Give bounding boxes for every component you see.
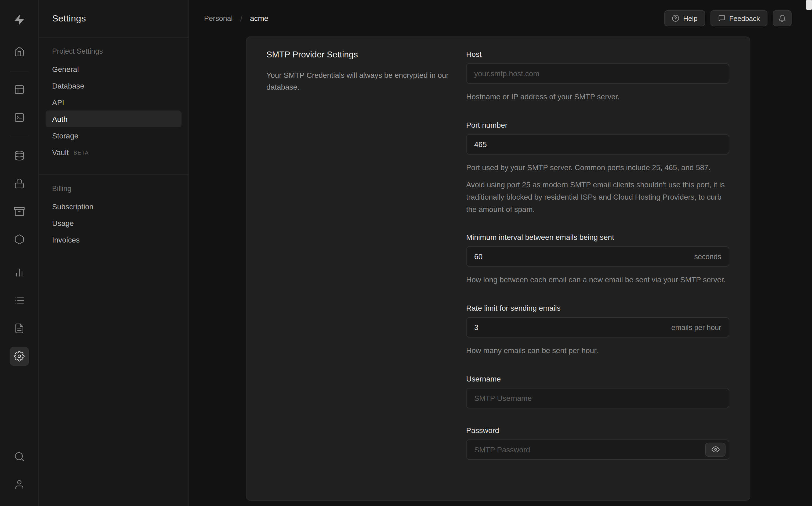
bell-icon [778, 14, 786, 22]
host-input[interactable] [474, 69, 721, 78]
help-circle-icon [672, 14, 679, 22]
rate-limit-input-wrap: emails per hour [466, 317, 729, 338]
reveal-password-button[interactable] [705, 442, 726, 456]
nav-database-button[interactable] [9, 146, 29, 165]
rate-limit-field: Rate limit for sending emails emails per… [466, 304, 729, 356]
rail-divider [10, 71, 28, 71]
beta-badge: BETA [74, 150, 89, 155]
speech-bubble-icon [718, 14, 726, 22]
username-input[interactable] [474, 394, 721, 402]
terminal-icon [14, 112, 24, 123]
panel-intro: SMTP Provider Settings Your SMTP Credent… [267, 50, 466, 479]
bar-chart-icon [14, 267, 24, 278]
section-heading-billing: Billing [46, 185, 181, 193]
smtp-settings-panel: SMTP Provider Settings Your SMTP Credent… [246, 36, 750, 501]
project-settings-section: Project Settings General Database API Au… [39, 37, 189, 169]
interval-label: Minimum interval between emails being se… [466, 233, 729, 242]
password-field: Password [466, 426, 729, 459]
nav-project-settings-button[interactable] [9, 347, 29, 366]
feedback-button-label: Feedback [729, 14, 760, 22]
main-area: Personal / acme Help Feedback [189, 0, 812, 506]
eye-icon [711, 445, 719, 453]
rail-divider [10, 137, 28, 137]
nav-reports-button[interactable] [9, 263, 29, 282]
lock-icon [14, 178, 24, 189]
port-input[interactable] [474, 140, 721, 148]
table-icon [14, 84, 24, 95]
breadcrumb-org[interactable]: Personal [204, 14, 233, 22]
interval-unit-suffix: seconds [694, 253, 721, 261]
username-input-wrap [466, 388, 729, 408]
host-field: Host Hostname or IP address of your SMTP… [466, 50, 729, 103]
panel-title: SMTP Provider Settings [267, 50, 453, 60]
content-area: SMTP Provider Settings Your SMTP Credent… [189, 36, 812, 506]
host-label: Host [466, 50, 729, 59]
port-label: Port number [466, 120, 729, 129]
host-input-wrap [466, 63, 729, 84]
port-note-text: Avoid using port 25 as modern SMTP email… [466, 179, 729, 216]
archive-icon [14, 206, 24, 217]
breadcrumb-separator: / [240, 14, 242, 23]
sidebar-title: Settings [52, 13, 86, 24]
password-label: Password [466, 426, 729, 434]
sidebar-item-general[interactable]: General [46, 61, 181, 77]
account-button[interactable] [9, 475, 29, 494]
billing-section: Billing Subscription Usage Invoices [39, 174, 189, 256]
nav-edge-functions-button[interactable] [9, 230, 29, 249]
supabase-logo[interactable] [9, 12, 29, 28]
rate-limit-help-text: How many emails can be sent per hour. [466, 344, 729, 356]
search-icon [14, 451, 24, 462]
smtp-form: Host Hostname or IP address of your SMTP… [466, 50, 729, 479]
database-icon [14, 150, 24, 161]
hexagon-icon [14, 234, 24, 245]
sidebar-item-auth[interactable]: Auth [46, 110, 181, 127]
nav-storage-button[interactable] [9, 202, 29, 221]
password-input[interactable] [474, 445, 705, 454]
port-field: Port number Port used by your SMTP serve… [466, 120, 729, 215]
nav-table-editor-button[interactable] [9, 80, 29, 99]
panel-description: Your SMTP Credentials will always be enc… [267, 69, 453, 93]
sidebar-item-invoices[interactable]: Invoices [46, 231, 181, 248]
sidebar-item-vault-label: Vault [52, 148, 69, 156]
gear-icon [14, 351, 24, 362]
rate-limit-label: Rate limit for sending emails [466, 304, 729, 312]
sidebar-item-storage[interactable]: Storage [46, 127, 181, 144]
home-icon [14, 46, 24, 57]
host-help-text: Hostname or IP address of your SMTP serv… [466, 91, 729, 103]
primary-icon-rail [0, 0, 39, 506]
app-window: Settings Project Settings General Databa… [0, 0, 812, 506]
notifications-button[interactable] [773, 10, 792, 26]
sidebar-item-subscription[interactable]: Subscription [46, 198, 181, 215]
nav-auth-button[interactable] [9, 174, 29, 193]
list-icon [14, 295, 24, 306]
user-icon [14, 479, 24, 490]
nav-logs-button[interactable] [9, 291, 29, 310]
nav-home-button[interactable] [9, 42, 29, 61]
username-field: Username [466, 374, 729, 408]
file-text-icon [14, 323, 24, 334]
lightning-bolt-icon [13, 13, 25, 26]
nav-api-docs-button[interactable] [9, 319, 29, 338]
topbar-actions: Help Feedback [664, 10, 792, 26]
settings-sidebar: Settings Project Settings General Databa… [39, 0, 189, 506]
help-button[interactable]: Help [664, 10, 705, 26]
port-help-text: Port used by your SMTP server. Common po… [466, 161, 729, 173]
interval-input[interactable] [474, 252, 689, 261]
sidebar-item-vault[interactable]: Vault BETA [46, 144, 181, 160]
interval-help-text: How long between each email can a new em… [466, 274, 729, 286]
sidebar-item-api[interactable]: API [46, 94, 181, 110]
nav-sql-editor-button[interactable] [9, 108, 29, 127]
scrollbar-thumb[interactable] [806, 0, 812, 10]
breadcrumb-project[interactable]: acme [250, 14, 268, 22]
help-button-label: Help [683, 14, 697, 22]
password-input-wrap [466, 439, 729, 459]
port-input-wrap [466, 134, 729, 154]
sidebar-item-database[interactable]: Database [46, 77, 181, 94]
interval-field: Minimum interval between emails being se… [466, 233, 729, 286]
search-button[interactable] [9, 447, 29, 466]
breadcrumb: Personal / acme [204, 14, 268, 23]
feedback-button[interactable]: Feedback [711, 10, 767, 26]
rate-limit-input[interactable] [474, 323, 666, 332]
sidebar-header: Settings [39, 0, 189, 37]
sidebar-item-usage[interactable]: Usage [46, 215, 181, 231]
